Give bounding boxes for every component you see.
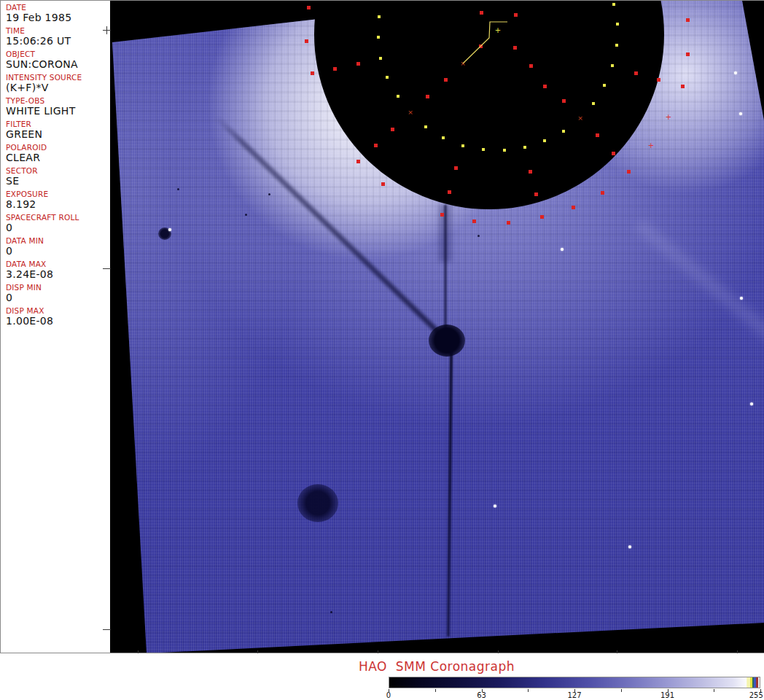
star-marker — [514, 13, 518, 17]
star-marker — [442, 136, 445, 139]
star-marker — [615, 44, 618, 47]
metadata-label: SPACECRAFT ROLL — [6, 213, 110, 222]
star-marker — [657, 78, 660, 82]
metadata-value: 1.00E-08 — [6, 315, 110, 327]
star-marker: + — [648, 142, 654, 149]
metadata-field-list: DATE 19 Feb 1985TIME 15:06:26 UTOBJECT S… — [6, 3, 110, 327]
star-marker — [686, 18, 690, 22]
star-marker — [534, 192, 538, 196]
coronagraph-image: ×××+++ — [110, 1, 764, 653]
metadata-value: CLEAR — [6, 152, 110, 164]
metadata-value: GREEN — [6, 128, 110, 141]
star-marker — [386, 76, 389, 79]
metadata-field: OBJECT SUN:CORONA — [6, 50, 110, 71]
metadata-value: 0 — [6, 222, 110, 234]
metadata-field: SECTOR SE — [6, 166, 110, 187]
metadata-label: DATA MAX — [6, 260, 110, 268]
metadata-value: 0 — [6, 292, 110, 304]
star-marker — [448, 190, 451, 194]
metadata-label: POLAROID — [6, 143, 110, 152]
star-marker — [681, 85, 685, 88]
star-marker — [268, 193, 270, 195]
metadata-field: FILTER GREEN — [6, 120, 110, 141]
metadata-label: FILTER — [6, 120, 110, 128]
star-marker: × — [577, 114, 583, 122]
star-marker — [480, 11, 483, 15]
metadata-label: SECTOR — [6, 166, 110, 175]
star-marker — [616, 23, 619, 26]
upper-content: DATE 19 Feb 1985TIME 15:06:26 UTOBJECT S… — [0, 0, 764, 653]
star-marker — [734, 71, 737, 74]
metadata-value: 19 Feb 1985 — [6, 12, 110, 24]
star-marker — [503, 149, 506, 152]
metadata-field: DATA MIN 0 — [6, 236, 110, 257]
colorbar-tick — [714, 689, 714, 692]
star-marker — [529, 170, 532, 174]
frame-tick — [103, 629, 111, 630]
star-marker — [479, 44, 483, 48]
image-title: HAO SMM Coronagraph — [109, 659, 764, 674]
star-marker — [311, 71, 314, 75]
star-marker — [523, 146, 526, 149]
star-marker — [379, 57, 382, 60]
star-marker — [426, 95, 429, 98]
star-marker — [634, 71, 638, 75]
star-marker — [482, 148, 485, 151]
metadata-sidebar: DATE 19 Feb 1985TIME 15:06:26 UTOBJECT S… — [1, 1, 110, 653]
star-marker — [330, 611, 332, 613]
metadata-field: DATE 19 Feb 1985 — [6, 3, 110, 24]
colorbar-tick — [621, 689, 622, 692]
metadata-field: TYPE-OBS WHITE LIGHT — [6, 96, 110, 117]
metadata-value: 0 — [6, 245, 110, 257]
star-marker — [381, 182, 385, 186]
dust-blob — [297, 484, 338, 522]
pylon-upper-line — [444, 205, 447, 330]
star-marker — [356, 160, 360, 163]
star-marker — [739, 112, 742, 115]
star-marker — [740, 297, 743, 300]
star-marker: + — [666, 114, 671, 121]
star-marker — [611, 64, 614, 67]
star-marker — [478, 235, 480, 237]
star-marker — [444, 78, 448, 82]
star-marker — [307, 6, 311, 9]
metadata-label: INTENSITY SOURCE — [6, 73, 110, 82]
star-marker — [750, 402, 753, 405]
star-marker — [686, 52, 690, 56]
star-marker — [543, 139, 546, 142]
star-marker — [305, 39, 308, 43]
metadata-label: DATE — [6, 3, 110, 12]
metadata-value: 8.192 — [6, 198, 110, 211]
star-marker — [454, 166, 458, 170]
colorbar-label: 63 — [477, 691, 486, 699]
star-marker — [374, 144, 378, 147]
star-marker — [177, 188, 179, 190]
star-marker — [628, 545, 631, 548]
star-marker — [540, 215, 544, 219]
smm-coronagraph-viewer: DATE 19 Feb 1985TIME 15:06:26 UTOBJECT S… — [0, 0, 764, 700]
frame-tick — [106, 26, 107, 34]
metadata-label: OBJECT — [6, 50, 110, 58]
star-marker — [592, 102, 595, 105]
star-marker — [513, 46, 517, 50]
star-marker — [596, 133, 599, 137]
metadata-value: SE — [6, 175, 110, 187]
colorbar-label: 191 — [660, 691, 674, 699]
star-marker — [627, 170, 631, 174]
metadata-field: TIME 15:06:26 UT — [6, 26, 110, 47]
metadata-field: INTENSITY SOURCE (K+F)*V — [6, 73, 110, 94]
star-marker — [461, 144, 464, 147]
star-marker — [356, 62, 360, 66]
occulter-support-blob — [429, 324, 465, 357]
star-marker — [612, 3, 615, 6]
metadata-field: DISP MIN 0 — [6, 283, 110, 304]
star-marker — [333, 67, 337, 71]
star-marker — [603, 84, 606, 87]
metadata-label: DATA MIN — [6, 236, 110, 245]
metadata-value: 15:06:26 UT — [6, 35, 110, 47]
metadata-value: 3.24E-08 — [6, 268, 110, 281]
star-marker — [494, 505, 496, 508]
metadata-label: DISP MIN — [6, 283, 110, 292]
colorbar-tick — [528, 689, 529, 692]
metadata-label: DISP MAX — [6, 306, 110, 315]
